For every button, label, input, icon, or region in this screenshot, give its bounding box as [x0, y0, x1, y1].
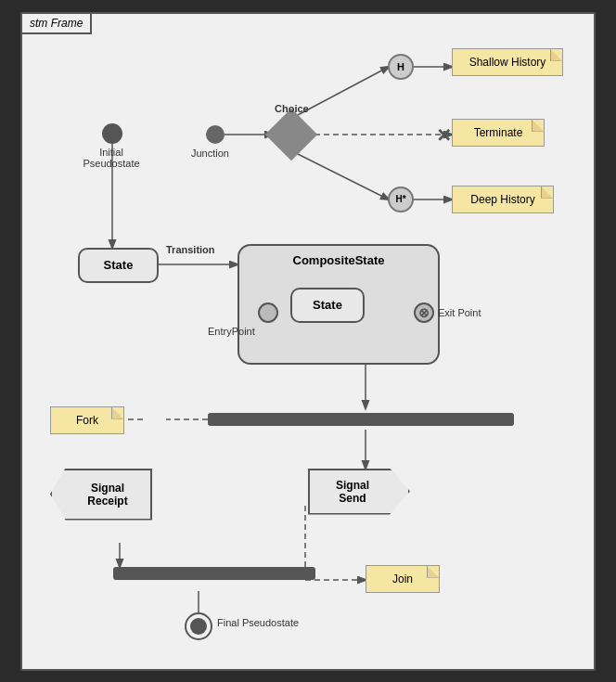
state-box-left: State — [78, 248, 159, 283]
join-label: Join — [392, 573, 413, 585]
state-left-label: State — [104, 258, 134, 272]
deep-history-label: Deep History — [470, 193, 534, 206]
svg-line-5 — [296, 153, 389, 199]
exit-point-label: Exit Point — [438, 307, 481, 318]
transition-label: Transition — [166, 244, 215, 255]
shallow-history-label: Shallow History — [469, 56, 546, 69]
composite-state-label: CompositeState — [239, 246, 438, 267]
shallow-history-box: Shallow History — [452, 48, 563, 76]
junction — [206, 125, 225, 144]
junction-label: Junction — [191, 148, 229, 159]
final-pseudostate — [185, 612, 212, 640]
choice-label: Choice — [275, 103, 309, 114]
inner-state: State — [290, 288, 365, 323]
stm-frame: stm Frame — [20, 12, 596, 671]
initial-pseudostate — [102, 123, 122, 144]
fork-label: Fork — [76, 414, 98, 427]
join-box: Join — [366, 565, 440, 593]
inner-state-label: State — [313, 298, 342, 312]
shallow-history-state: H — [388, 54, 414, 80]
terminate-box: Terminate — [452, 119, 545, 147]
entry-point — [258, 302, 278, 323]
final-pseudostate-label: Final Pseudostate — [217, 617, 299, 628]
entry-point-label: EntryPoint — [208, 326, 255, 337]
signal-send-label: SignalSend — [336, 479, 369, 505]
terminate-label: Terminate — [474, 126, 523, 139]
fork-bar — [208, 413, 514, 426]
svg-line-2 — [296, 67, 389, 116]
exit-point: ⊗ — [414, 302, 434, 323]
signal-receipt-label: SignalReceipt — [87, 482, 127, 508]
final-pseudostate-inner — [190, 618, 207, 635]
join-bar — [113, 567, 315, 580]
fork-box: Fork — [50, 406, 124, 434]
deep-history-state: H* — [388, 187, 414, 212]
terminate-x: ✕ — [436, 124, 452, 147]
deep-history-box: Deep History — [452, 186, 554, 213]
initial-pseudostate-label: Initial Pseudostate — [80, 147, 143, 169]
signal-send: SignalSend — [308, 469, 410, 515]
signal-receipt: SignalReceipt — [50, 469, 152, 521]
